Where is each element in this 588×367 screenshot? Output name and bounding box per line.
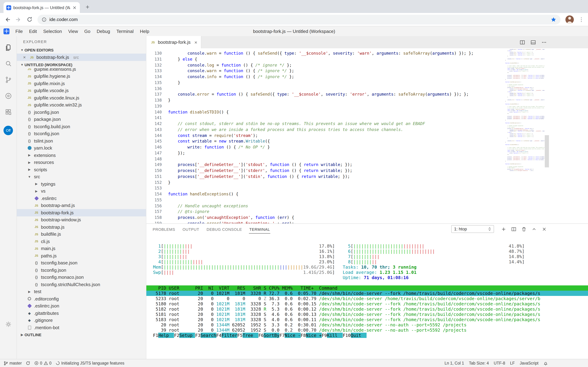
new-terminal-icon[interactable] [501, 226, 506, 232]
sync-status[interactable] [26, 361, 30, 365]
tree-item-bootstrap.js[interactable]: bootstrap.js [17, 223, 146, 231]
status-encoding[interactable]: UTF-8 [494, 361, 505, 365]
browser-tab[interactable]: bootstrap-fork.js — Untitled (W [3, 2, 80, 13]
tree-item-tsconfig.base.json[interactable]: tsconfig.base.json [17, 259, 146, 267]
tree-item-gulpfile.vscode.win32.js[interactable]: gulpfile.vscode.win32.js [17, 101, 146, 108]
process-row-6[interactable]: 20 root 20 0 1344M 62052 1952 S 3.3 0.2 … [146, 322, 588, 327]
panel-tab-debug-console[interactable]: DEBUG CONSOLE [206, 225, 242, 234]
tree-item-cli.js[interactable]: cli.js [17, 238, 146, 245]
tree-item-bootstrap-amd.js[interactable]: bootstrap-amd.js [17, 202, 146, 209]
process-row-7[interactable]: 39 root 20 0 1344M 62052 1952 S 0.0 0.2 … [146, 327, 588, 333]
status-eol[interactable]: LF [510, 361, 515, 365]
open-editors-header[interactable]: ▼ OPEN EDITORS [17, 46, 146, 54]
tree-item-jsconfig.json[interactable]: jsconfig.json [17, 108, 146, 116]
close-icon[interactable]: × [23, 55, 27, 59]
page-info-icon[interactable] [42, 17, 47, 22]
menu-go[interactable]: Go [81, 29, 94, 34]
fkey-F5[interactable]: F5Tree [237, 333, 258, 338]
tree-item-typings[interactable]: ▶typings [17, 180, 146, 188]
fkey-F4[interactable]: F4Filter [216, 333, 237, 338]
fkey-F2[interactable]: F2Setup [174, 333, 195, 338]
fkey-F6[interactable]: F6SortBy [258, 333, 279, 338]
git-branch-status[interactable]: master [3, 361, 22, 366]
tree-item-.gitignore[interactable]: ◆.gitignore [17, 317, 146, 324]
minimap[interactable]: console.warn = function () { safeSend({ … [505, 49, 544, 223]
workspace-header[interactable]: ▼ UNTITLED (WORKSPACE) [17, 61, 146, 68]
menu-edit[interactable]: Edit [26, 29, 40, 34]
menu-debug[interactable]: Debug [93, 29, 113, 34]
tree-item-buildfile.js[interactable]: buildfile.js [17, 231, 146, 238]
status-cursor-position[interactable]: Ln 1, Col 1 [445, 361, 464, 365]
tree-item-.eslintrc.json[interactable]: .eslintrc.json [17, 302, 146, 309]
tree-item-yarn.lock[interactable]: yarn.lock [17, 144, 146, 152]
tree-item-.gitattributes[interactable]: ◆.gitattributes [17, 309, 146, 317]
process-row-2[interactable]: 5180 root 20 0 1021M 181M 3328 S 7.3 0.6… [146, 301, 588, 306]
tree-item-main.js[interactable]: main.js [17, 245, 146, 252]
tree-item-src[interactable]: ▼src [17, 173, 146, 180]
process-row-0[interactable]: 5178 root 20 0 1021M 181M 3328 R 72.7 0.… [146, 291, 588, 296]
tree-item-gulpfile.mixin.js[interactable]: gulpfile.mixin.js [17, 80, 146, 87]
address-bar[interactable]: ide.coder.com [37, 15, 561, 24]
bell-icon[interactable] [543, 361, 548, 366]
tree-item-resources[interactable]: ▶resources [17, 159, 146, 166]
tree-item-tslint.json[interactable]: tslint.json [17, 137, 146, 144]
fkey-F1[interactable]: F1Help [153, 333, 174, 338]
source-control-icon[interactable] [0, 72, 16, 88]
tree-item-vs[interactable]: ▶vs [17, 188, 146, 195]
browser-menu-icon[interactable]: ⋮ [579, 16, 584, 23]
extensions-icon[interactable] [0, 104, 16, 120]
panel-tab-problems[interactable]: PROBLEMS [152, 225, 176, 234]
code-editor[interactable]: 1301311321331341351361371381391401411421… [146, 48, 588, 223]
status-tab-size[interactable]: Tab Size: 4 [469, 361, 489, 365]
tree-item-.editorconfig[interactable]: .editorconfig [17, 295, 146, 302]
search-icon[interactable] [0, 56, 16, 72]
process-row-5[interactable]: 5183 root 20 0 1021M 181M 3328 S 4.0 0.6… [146, 317, 588, 322]
tree-item-extensions[interactable]: ▶extensions [17, 152, 146, 159]
close-panel-icon[interactable] [542, 226, 547, 232]
tree-item-paths.js[interactable]: paths.js [17, 252, 146, 259]
menu-help[interactable]: Help [137, 29, 152, 34]
split-terminal-icon[interactable] [511, 226, 516, 232]
fkey-F9[interactable]: F9Kill [322, 333, 343, 338]
editor-scrollbar[interactable] [545, 135, 549, 167]
bookmark-star-icon[interactable] [551, 17, 556, 22]
forward-icon[interactable] [15, 16, 22, 23]
settings-gear-icon[interactable] [0, 316, 16, 332]
open-editor-item[interactable]: × bootstrap-fork.js src [17, 54, 146, 61]
avatar[interactable] [565, 15, 574, 24]
process-row-1[interactable]: 5233 root 20 0 0 0 0 Z 36.3 0.0 0:02.79 … [146, 296, 588, 301]
extension-circle-icon[interactable] [0, 88, 16, 104]
tree-item-tsconfig.build.json[interactable]: tsconfig.build.json [17, 123, 146, 130]
outline-header[interactable]: ▶ OUTLINE [17, 331, 146, 338]
terminal[interactable]: 1[||||||||||| 17.8%] 5[|||||||||||||||||… [146, 234, 588, 359]
tree-item-gulpfile.vscode.js[interactable]: gulpfile.vscode.js [17, 87, 146, 94]
fkey-F10[interactable]: F10Quit [343, 333, 366, 338]
explorer-icon[interactable] [0, 40, 16, 56]
reload-icon[interactable] [27, 17, 33, 22]
process-row-3[interactable]: 5182 root 20 0 1021M 181M 3328 R 5.3 0.6… [146, 306, 588, 312]
new-tab-button[interactable] [83, 2, 92, 12]
tab-close-icon[interactable] [72, 5, 77, 10]
menu-file[interactable]: File [12, 29, 26, 34]
fkey-F7[interactable]: F7Nice - [280, 333, 301, 338]
panel-tab-terminal[interactable]: TERMINAL [249, 225, 270, 234]
back-icon[interactable] [4, 16, 10, 23]
tree-item-gulpfile.vscode.linux.js[interactable]: gulpfile.vscode.linux.js [17, 94, 146, 101]
tree-item-bootstrap-fork.js[interactable]: bootstrap-fork.js [17, 209, 146, 216]
tree-item-tsconfig.json[interactable]: tsconfig.json [17, 130, 146, 137]
status-language-mode[interactable]: JavaScript [520, 361, 538, 365]
process-row-4[interactable]: 5181 root 20 0 1021M 181M 3328 S 4.6 0.6… [146, 312, 588, 317]
toggle-layout-icon[interactable] [530, 39, 536, 45]
tree-item-package.json[interactable]: package.json [17, 116, 146, 123]
tree-item-gulpfile.extensions.js[interactable]: gulpfile.extensions.js [17, 68, 146, 73]
menu-view[interactable]: View [65, 29, 81, 34]
problems-status[interactable]: 0 0 [34, 361, 51, 365]
maximize-panel-icon[interactable] [531, 226, 537, 232]
tree-item-tsconfig.json[interactable]: tsconfig.json [17, 267, 146, 274]
tree-item-tsconfig.monaco.json[interactable]: tsconfig.monaco.json [17, 274, 146, 281]
more-actions-icon[interactable] [541, 39, 547, 45]
split-editor-icon[interactable] [520, 39, 525, 45]
editor-tab[interactable]: bootstrap-fork.js × [146, 36, 201, 48]
terminal-select[interactable]: 1: htop [451, 225, 494, 233]
menu-selection[interactable]: Selection [40, 29, 65, 34]
